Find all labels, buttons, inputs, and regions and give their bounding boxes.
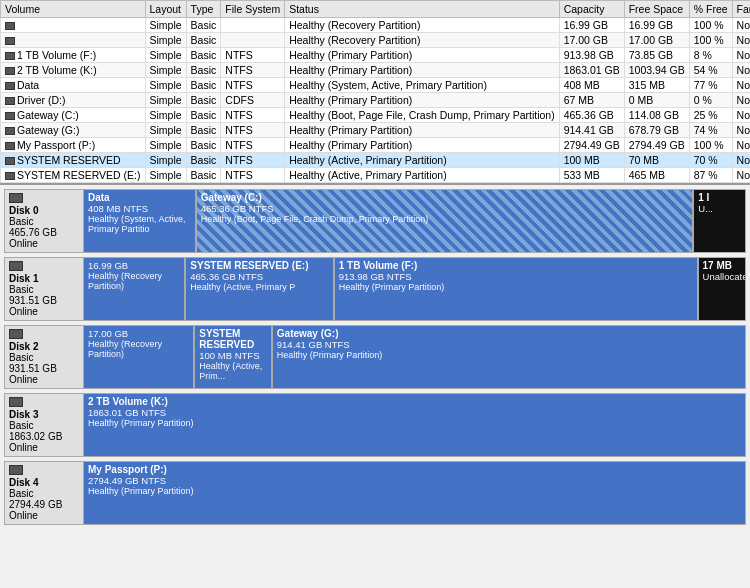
col-capacity: Capacity [559, 1, 624, 18]
partition-size: 913.98 GB NTFS [339, 271, 693, 282]
disk-size-label: 931.51 GB [9, 363, 79, 374]
partition-table: Volume Layout Type File System Status Ca… [0, 0, 750, 183]
partition-size: 408 MB NTFS [88, 203, 191, 214]
disk-id-label: Disk 3 [9, 409, 79, 420]
partition[interactable]: My Passport (P:)2794.49 GB NTFSHealthy (… [84, 462, 745, 524]
partition-size: 17.00 GB [88, 328, 189, 339]
disk-icon [5, 37, 15, 45]
disk-partitions: 2 TB Volume (K:)1863.01 GB NTFSHealthy (… [84, 393, 746, 457]
disk-type-label: Basic [9, 216, 79, 227]
partition[interactable]: Gateway (G:)914.41 GB NTFSHealthy (Prima… [273, 326, 745, 388]
partition[interactable]: 2 TB Volume (K:)1863.01 GB NTFSHealthy (… [84, 394, 745, 456]
table-row[interactable]: Gateway (C:)SimpleBasicNTFSHealthy (Boot… [1, 108, 751, 123]
partition[interactable]: SYSTEM RESERVED100 MB NTFSHealthy (Activ… [195, 326, 273, 388]
disk-icon [5, 172, 15, 180]
table-row[interactable]: SYSTEM RESERVEDSimpleBasicNTFSHealthy (A… [1, 153, 751, 168]
disk-drive-icon [9, 193, 23, 203]
table-row[interactable]: SimpleBasicHealthy (Recovery Partition)1… [1, 33, 751, 48]
partition-status: Healthy (Primary Partition) [277, 350, 741, 360]
table-row[interactable]: SYSTEM RESERVED (E:)SimpleBasicNTFSHealt… [1, 168, 751, 183]
disk-row: Disk 4Basic2794.49 GBOnlineMy Passport (… [4, 461, 746, 525]
disk-label: Disk 0Basic465.76 GBOnline [4, 189, 84, 253]
disk-partitions: 16.99 GBHealthy (Recovery Partition)SYST… [84, 257, 746, 321]
col-volume: Volume [1, 1, 146, 18]
col-layout: Layout [145, 1, 186, 18]
partition[interactable]: Data408 MB NTFSHealthy (System, Active, … [84, 190, 197, 252]
partition-size: 1863.01 GB NTFS [88, 407, 741, 418]
disk-label: Disk 2Basic931.51 GBOnline [4, 325, 84, 389]
partition[interactable]: 1 IU... [694, 190, 745, 252]
partition-size: 2794.49 GB NTFS [88, 475, 741, 486]
disk-label: Disk 1Basic931.51 GBOnline [4, 257, 84, 321]
disk-type-label: Basic [9, 284, 79, 295]
col-type: Type [186, 1, 221, 18]
partition-name: Data [88, 192, 191, 203]
disk-size-label: 1863.02 GB [9, 431, 79, 442]
partition-status: Healthy (Active, Primary P [190, 282, 328, 292]
disk-id-label: Disk 0 [9, 205, 79, 216]
disk-icon [5, 157, 15, 165]
col-pctfree: % Free [689, 1, 732, 18]
partition-size: 16.99 GB [88, 260, 180, 271]
disk-icon [5, 112, 15, 120]
disk-status-label: Online [9, 374, 79, 385]
partition[interactable]: 16.99 GBHealthy (Recovery Partition) [84, 258, 186, 320]
disk-partitions: Data408 MB NTFSHealthy (System, Active, … [84, 189, 746, 253]
partition[interactable]: 1 TB Volume (F:)913.98 GB NTFSHealthy (P… [335, 258, 699, 320]
col-status: Status [285, 1, 560, 18]
disk-drive-icon [9, 465, 23, 475]
disk-row: Disk 1Basic931.51 GBOnline16.99 GBHealth… [4, 257, 746, 321]
partition-name: SYSTEM RESERVED [199, 328, 267, 350]
table-row[interactable]: DataSimpleBasicNTFSHealthy (System, Acti… [1, 78, 751, 93]
disk-icon [5, 82, 15, 90]
partition-table-section: Volume Layout Type File System Status Ca… [0, 0, 750, 185]
disk-label: Disk 4Basic2794.49 GBOnline [4, 461, 84, 525]
partition-name: 17 MB [703, 260, 741, 271]
table-row[interactable]: My Passport (P:)SimpleBasicNTFSHealthy (… [1, 138, 751, 153]
partition-status: Healthy (Primary Partition) [88, 486, 741, 496]
partition-name: My Passport (P:) [88, 464, 741, 475]
disk-icon [5, 22, 15, 30]
disk-partitions: My Passport (P:)2794.49 GB NTFSHealthy (… [84, 461, 746, 525]
partition[interactable]: SYSTEM RESERVED (E:)465.36 GB NTFSHealth… [186, 258, 334, 320]
table-header-row: Volume Layout Type File System Status Ca… [1, 1, 751, 18]
partition-name: 1 I [698, 192, 741, 203]
disk-size-label: 2794.49 GB [9, 499, 79, 510]
partition-size: 914.41 GB NTFS [277, 339, 741, 350]
col-freespace: Free Space [624, 1, 689, 18]
disk-row: Disk 0Basic465.76 GBOnlineData408 MB NTF… [4, 189, 746, 253]
disk-icon [5, 127, 15, 135]
table-row[interactable]: SimpleBasicHealthy (Recovery Partition)1… [1, 18, 751, 33]
table-row[interactable]: 2 TB Volume (K:)SimpleBasicNTFSHealthy (… [1, 63, 751, 78]
disk-type-label: Basic [9, 488, 79, 499]
disk-status-label: Online [9, 306, 79, 317]
partition-size: U... [698, 203, 741, 214]
disk-row: Disk 3Basic1863.02 GBOnline2 TB Volume (… [4, 393, 746, 457]
partition[interactable]: 17.00 GBHealthy (Recovery Partition) [84, 326, 195, 388]
partition-size: 100 MB NTFS [199, 350, 267, 361]
disk-partitions: 17.00 GBHealthy (Recovery Partition)SYST… [84, 325, 746, 389]
partition-status: Healthy (System, Active, Primary Partiti… [88, 214, 191, 234]
partition-status: Healthy (Active, Prim... [199, 361, 267, 381]
disk-id-label: Disk 4 [9, 477, 79, 488]
partition-name: Gateway (G:) [277, 328, 741, 339]
table-row[interactable]: 1 TB Volume (F:)SimpleBasicNTFSHealthy (… [1, 48, 751, 63]
partition[interactable]: Gateway (C:)465.36 GB NTFSHealthy (Boot,… [197, 190, 695, 252]
col-faulttolerance: Fault Tolerance [732, 1, 750, 18]
disk-label: Disk 3Basic1863.02 GBOnline [4, 393, 84, 457]
table-row[interactable]: Gateway (G:)SimpleBasicNTFSHealthy (Prim… [1, 123, 751, 138]
disk-type-label: Basic [9, 352, 79, 363]
disk-drive-icon [9, 397, 23, 407]
partition[interactable]: 17 MBUnallocate [699, 258, 745, 320]
disk-row: Disk 2Basic931.51 GBOnline17.00 GBHealth… [4, 325, 746, 389]
table-row[interactable]: Driver (D:)SimpleBasicCDFSHealthy (Prima… [1, 93, 751, 108]
partition-status: Healthy (Recovery Partition) [88, 271, 180, 291]
partition-status: Healthy (Recovery Partition) [88, 339, 189, 359]
disk-status-label: Online [9, 238, 79, 249]
disk-drive-icon [9, 261, 23, 271]
disk-type-label: Basic [9, 420, 79, 431]
partition-size: 465.36 GB NTFS [190, 271, 328, 282]
partition-size: Unallocate [703, 271, 741, 282]
partition-name: Gateway (C:) [201, 192, 689, 203]
disk-size-label: 931.51 GB [9, 295, 79, 306]
